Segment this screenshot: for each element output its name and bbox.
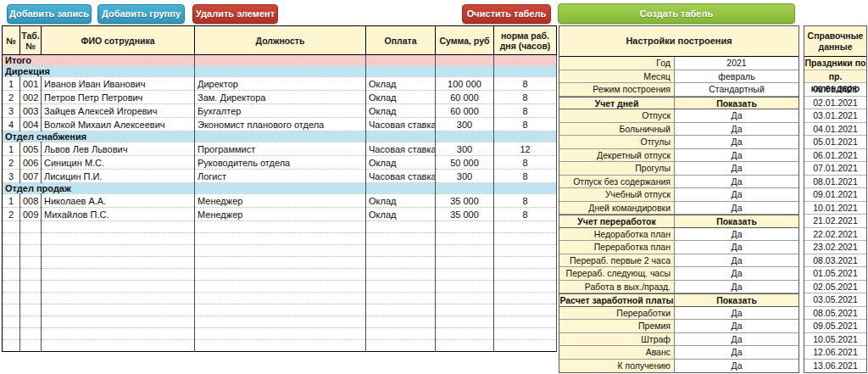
- empty-cell[interactable]: [436, 328, 494, 340]
- empty-cell[interactable]: [3, 257, 20, 269]
- settings-value[interactable]: Показать: [675, 98, 798, 109]
- employee-tab-number-cell[interactable]: 004: [20, 118, 42, 131]
- employee-pay-type-cell[interactable]: Часовая ставка: [366, 142, 436, 156]
- employee-norm-cell[interactable]: 8: [494, 156, 557, 170]
- employee-norm-cell[interactable]: 8: [494, 104, 557, 118]
- empty-cell[interactable]: [494, 257, 557, 269]
- empty-cell[interactable]: [195, 221, 366, 233]
- empty-cell[interactable]: [42, 304, 195, 316]
- holiday-date-cell[interactable]: 06.01.2021: [804, 149, 866, 163]
- employee-number-cell[interactable]: 1: [3, 142, 20, 156]
- empty-cell[interactable]: [3, 233, 20, 245]
- settings-value[interactable]: Да: [675, 320, 798, 332]
- settings-value[interactable]: Да: [675, 267, 798, 280]
- empty-cell[interactable]: [3, 328, 20, 340]
- employee-pay-type-cell[interactable]: Оклад: [366, 156, 436, 170]
- employee-sum-cell[interactable]: 50 000: [436, 156, 494, 170]
- empty-cell[interactable]: [494, 221, 557, 233]
- empty-cell[interactable]: [3, 245, 20, 257]
- settings-value[interactable]: Да: [675, 162, 798, 175]
- holiday-date-cell[interactable]: 22.02.2021: [804, 228, 866, 242]
- employee-norm-cell[interactable]: 8: [494, 91, 557, 104]
- empty-cell[interactable]: [20, 293, 42, 304]
- empty-cell[interactable]: [42, 269, 195, 281]
- empty-cell[interactable]: [436, 233, 494, 245]
- empty-cell[interactable]: [195, 316, 366, 328]
- employee-pay-type-cell[interactable]: Часовая ставка: [366, 170, 436, 183]
- empty-cell[interactable]: [366, 328, 436, 340]
- employee-fio-cell[interactable]: Лисицин П.И.: [42, 170, 195, 183]
- employee-sum-cell[interactable]: 100 000: [436, 77, 494, 91]
- empty-cell[interactable]: [366, 269, 436, 281]
- settings-value[interactable]: 2021: [675, 57, 798, 70]
- employee-pay-type-cell[interactable]: Часовая ставка: [366, 118, 436, 131]
- empty-cell[interactable]: [3, 221, 20, 233]
- employee-position-cell[interactable]: Логист: [195, 170, 366, 183]
- settings-value[interactable]: Да: [675, 188, 798, 201]
- empty-cell[interactable]: [494, 304, 557, 316]
- employee-position-cell[interactable]: Зам. Директора: [195, 91, 366, 104]
- settings-value[interactable]: Да: [675, 109, 798, 122]
- empty-cell[interactable]: [436, 269, 494, 281]
- holiday-date-cell[interactable]: 01.05.2021: [804, 267, 866, 281]
- employee-fio-cell[interactable]: Синицин М.С.: [42, 156, 195, 170]
- settings-value[interactable]: Да: [675, 228, 798, 241]
- empty-cell[interactable]: [42, 293, 195, 304]
- empty-cell[interactable]: [20, 257, 42, 269]
- holiday-date-cell[interactable]: 12.06.2021: [804, 346, 866, 360]
- create-timesheet-button[interactable]: Создать табель: [558, 3, 795, 24]
- holiday-date-cell[interactable]: 10.01.2021: [804, 202, 866, 215]
- empty-cell[interactable]: [436, 316, 494, 328]
- employee-fio-cell[interactable]: Михайлов П.С.: [42, 208, 195, 221]
- employee-norm-cell[interactable]: 8: [494, 118, 557, 131]
- holiday-date-cell[interactable]: 08.01.2021: [804, 176, 866, 189]
- empty-cell[interactable]: [195, 233, 366, 245]
- holiday-date-cell[interactable]: 02.01.2021: [804, 97, 866, 110]
- empty-cell[interactable]: [195, 293, 366, 304]
- settings-value[interactable]: Да: [675, 254, 798, 267]
- empty-cell[interactable]: [195, 257, 366, 269]
- employee-fio-cell[interactable]: Петров Петр Петрович: [42, 91, 195, 104]
- empty-cell[interactable]: [494, 269, 557, 281]
- empty-cell[interactable]: [3, 316, 20, 328]
- employee-norm-cell[interactable]: 8: [494, 208, 557, 221]
- settings-value[interactable]: февраль: [675, 70, 798, 83]
- settings-value[interactable]: Да: [675, 202, 798, 215]
- empty-cell[interactable]: [436, 245, 494, 257]
- empty-cell[interactable]: [20, 221, 42, 233]
- empty-cell[interactable]: [20, 340, 42, 352]
- empty-cell[interactable]: [20, 269, 42, 281]
- empty-cell[interactable]: [42, 316, 195, 328]
- empty-cell[interactable]: [20, 233, 42, 245]
- settings-value[interactable]: Да: [675, 281, 798, 293]
- holiday-date-cell[interactable]: 09.05.2021: [804, 320, 866, 333]
- empty-cell[interactable]: [366, 233, 436, 245]
- employee-tab-number-cell[interactable]: 008: [20, 194, 42, 208]
- holiday-date-cell[interactable]: 03.05.2021: [804, 293, 866, 307]
- employee-fio-cell[interactable]: Иванов Иван Иванович: [42, 77, 195, 91]
- employee-pay-type-cell[interactable]: Оклад: [366, 91, 436, 104]
- empty-cell[interactable]: [494, 245, 557, 257]
- empty-cell[interactable]: [42, 257, 195, 269]
- empty-cell[interactable]: [42, 281, 195, 293]
- holiday-date-cell[interactable]: 09.01.2021: [804, 188, 866, 202]
- employee-tab-number-cell[interactable]: 006: [20, 156, 42, 170]
- employee-norm-cell[interactable]: 8: [494, 170, 557, 183]
- empty-cell[interactable]: [42, 245, 195, 257]
- employee-fio-cell[interactable]: Николаев А.А.: [42, 194, 195, 208]
- settings-value[interactable]: Да: [675, 123, 798, 136]
- holiday-date-cell[interactable]: 08.03.2021: [804, 254, 866, 268]
- empty-cell[interactable]: [20, 281, 42, 293]
- employee-tab-number-cell[interactable]: 003: [20, 104, 42, 118]
- employee-norm-cell[interactable]: 8: [494, 194, 557, 208]
- holiday-date-cell[interactable]: 03.01.2021: [804, 109, 866, 123]
- employee-norm-cell[interactable]: 8: [494, 77, 557, 91]
- employee-tab-number-cell[interactable]: 001: [20, 77, 42, 91]
- employee-position-cell[interactable]: Бухгалтер: [195, 104, 366, 118]
- holiday-date-cell[interactable]: 07.01.2021: [804, 162, 866, 176]
- employee-pay-type-cell[interactable]: Оклад: [366, 208, 436, 221]
- empty-cell[interactable]: [195, 340, 366, 352]
- empty-cell[interactable]: [366, 257, 436, 269]
- employee-fio-cell[interactable]: Львов Лев Львович: [42, 142, 195, 156]
- employee-sum-cell[interactable]: 300: [436, 142, 494, 156]
